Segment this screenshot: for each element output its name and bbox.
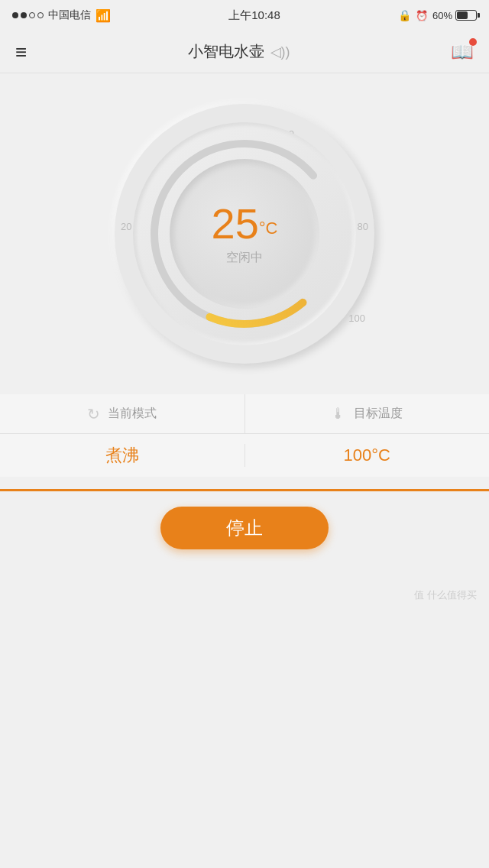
lock-icon: 🔒 <box>398 9 411 21</box>
tick-20: 20 <box>121 221 131 232</box>
footer-watermark: 值 什么值得买 <box>414 588 477 602</box>
carrier-label: 中国电信 <box>48 8 91 22</box>
dial-container[interactable]: 0 20 40 60 80 100 <box>115 104 374 364</box>
status-left: 中国电信 📶 <box>12 8 111 23</box>
thermometer-icon: 🌡 <box>331 405 346 423</box>
mode-label-col: ↻ 当前模式 <box>0 394 245 433</box>
temperature-display: 25°C <box>212 202 278 245</box>
battery-container: 60% <box>432 10 477 21</box>
nav-bar: ≡ 小智电水壶 ◁)) 📖 <box>0 31 489 73</box>
temp-label-col: 🌡 目标温度 <box>245 394 490 433</box>
alarm-icon: ⏰ <box>416 10 428 21</box>
temp-value-col: 100°C <box>245 445 490 465</box>
info-labels-row: ↻ 当前模式 🌡 目标温度 <box>0 394 489 434</box>
temperature-unit: °C <box>259 218 278 237</box>
main-content: 0 20 40 60 80 100 <box>0 73 489 572</box>
battery-percent: 60% <box>432 10 452 21</box>
sound-icon: ◁)) <box>270 44 290 60</box>
button-section: 停止 <box>0 491 489 572</box>
signal-dot-1 <box>12 12 18 18</box>
status-bar: 中国电信 📶 上午10:48 🔒 ⏰ 60% <box>0 0 489 31</box>
temperature-value: 25 <box>212 199 259 248</box>
battery-icon <box>455 10 477 21</box>
battery-fill <box>457 11 468 19</box>
tick-80: 80 <box>358 221 368 232</box>
title-text: 小智电水壶 <box>188 41 264 62</box>
info-section: ↻ 当前模式 🌡 目标温度 煮沸 100°C <box>0 394 489 477</box>
notification-badge <box>469 38 477 46</box>
book-button[interactable]: 📖 <box>451 41 474 63</box>
refresh-icon: ↻ <box>87 405 100 423</box>
target-temp-label: 目标温度 <box>354 406 403 422</box>
hamburger-icon: ≡ <box>15 40 27 63</box>
signal-dot-3 <box>29 12 35 18</box>
page-title: 小智电水壶 ◁)) <box>188 41 290 62</box>
info-values-row: 煮沸 100°C <box>0 434 489 477</box>
footer-bar: 值 什么值得买 <box>0 572 489 618</box>
status-right: 🔒 ⏰ 60% <box>398 9 477 21</box>
dial-section: 0 20 40 60 80 100 <box>0 73 489 387</box>
target-temp-value: 100°C <box>344 445 390 465</box>
signal-dot-2 <box>21 12 27 18</box>
signal-dot-4 <box>37 12 44 18</box>
mode-label: 当前模式 <box>108 406 157 422</box>
mode-value-col: 煮沸 <box>0 444 245 467</box>
mode-value: 煮沸 <box>105 444 139 467</box>
wifi-icon: 📶 <box>96 8 111 23</box>
stop-button[interactable]: 停止 <box>160 507 329 549</box>
device-status: 空闲中 <box>226 250 263 266</box>
dial-inner-display: 25°C 空闲中 <box>170 159 319 309</box>
menu-button[interactable]: ≡ <box>15 42 27 62</box>
status-time: 上午10:48 <box>228 8 280 23</box>
signal-dots <box>12 12 44 18</box>
